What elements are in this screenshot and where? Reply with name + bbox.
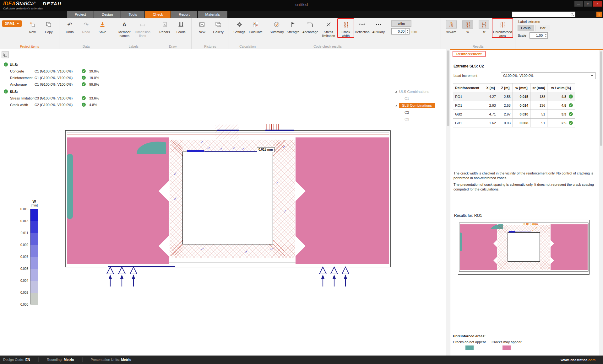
tree-item-c1[interactable]: C1 [395,95,447,102]
scale-value-spinner[interactable]: 1.00 [530,32,548,39]
settings-button[interactable]: Settings [231,19,247,34]
load-increment-dropdown[interactable]: G100.0%, V100.0% [501,72,595,79]
save-button[interactable]: Save [94,19,111,34]
check-icon [569,94,573,99]
bar-toggle-button[interactable]: Bar [535,25,550,31]
window-controls: — □ × [574,1,602,7]
calculate-button[interactable]: Calculate [247,19,264,34]
minimize-button[interactable]: — [574,1,583,7]
idea-statica-detail-window: IDEAStatiCa®DETAIL Calculate yesterday's… [0,0,603,364]
note-crack-spacing: The presentation of crack spacing is sch… [454,182,595,192]
redo-icon: ↷ [84,22,89,28]
canvas-scrollbar-thumb[interactable] [447,51,449,126]
member-names-button[interactable]: A Member names [115,19,133,38]
summary-row-reinforcement: ReinforcementC1 (G100.0%, V100.0%)19.0% [10,74,106,81]
logo-statica: StatiCa [16,1,34,6]
ribbon-tab-row: Project Design Tools Check Report Materi… [0,11,603,18]
redo-button[interactable]: ↷ Redo [78,19,94,34]
close-button[interactable]: × [593,1,602,7]
search-input[interactable] [512,12,570,17]
calculate-icon [253,21,259,28]
panel-scrollbar-thumb[interactable] [600,51,602,146]
tree-sls-combinations[interactable]: SLS Combinations [395,102,447,109]
check-icon [569,103,573,107]
table-row[interactable]: RO14.272.530.015138 4.8 [453,92,575,101]
tab-project[interactable]: Project [67,11,94,18]
scale-gradient-bar [30,209,38,304]
anchorage-button[interactable]: Anchorage [301,19,319,34]
check-icon [569,112,573,116]
group-toggle-button[interactable]: Group [518,25,534,31]
panel-scrollbar[interactable] [599,50,603,356]
website-link[interactable]: www.ideastatica.com [561,358,600,362]
picture-new-button[interactable]: New [194,19,210,34]
w-button[interactable]: w [459,19,476,34]
new-project-item-button[interactable]: New [24,19,41,34]
undo-icon: ↶ [67,22,72,28]
tree-uls-combinations[interactable]: ULS Combinations [395,88,447,95]
summary-row-anchorage: AnchorageC1 (G100.0%, V100.0%)99.8% [10,81,106,88]
tab-materials[interactable]: Materials [198,11,228,18]
canvas-scrollbar[interactable] [446,49,450,356]
wlim-button[interactable]: wlim [391,20,411,27]
auxiliary-button[interactable]: Auxiliary [370,19,387,34]
expand-icon[interactable] [395,91,397,93]
ribbon-group-results: % w/wlim w sr Unreinforced area Results [441,18,515,49]
crack-width-button[interactable]: Crack width [338,19,354,38]
tree-item-c3[interactable]: C3 [395,116,447,123]
header: IDEAStatiCa®DETAIL Calculate yesterday's… [0,0,603,18]
summary-row-concrete: ConcreteC1 (G100.0%, V100.0%)39.0% [10,68,106,74]
w-wlim-button[interactable]: % w/wlim [443,19,459,34]
maximize-button[interactable]: □ [584,1,592,7]
load-increment-label: Load increment [454,74,501,78]
model-canvas[interactable]: 0.015 mm ULS: ConcreteC1 (G100.0%, V100.… [0,49,450,356]
search-icon [570,12,574,17]
spinner-arrows-icon[interactable] [405,29,409,34]
check-icon [4,62,8,67]
w-icon [464,21,471,28]
wlim-value-spinner[interactable]: 0.30 [391,28,410,35]
ribbon-group-pictures: New Gallery Pictures [192,18,229,49]
undo-button[interactable]: ↶ Undo [62,19,78,34]
group-label-results: Results [441,45,515,48]
ribbon-group-data: ↶ Undo ↷ Redo Save Data [59,18,113,49]
ribbon-group-project-items: DRM1 New Copy Project items [0,18,59,49]
main-area: 0.015 mm ULS: ConcreteC1 (G100.0%, V100.… [0,49,603,356]
tab-check[interactable]: Check [145,11,171,18]
legend-item-cracks-may-appear: Cracks may appear [492,340,521,350]
deflection-button[interactable]: Deflection [354,19,370,34]
tab-design[interactable]: Design [94,11,121,18]
summary-button[interactable]: Summary [269,19,285,34]
spinner-arrows-icon[interactable] [544,33,547,38]
fit-view-button[interactable] [2,51,9,58]
drm1-selector[interactable]: DRM1 [2,20,22,27]
info-button[interactable]: i [596,12,602,17]
search-box[interactable] [512,12,575,17]
strength-button[interactable]: Strength [285,19,301,34]
ribbon-group-wlim: wlim 0.30 mm [389,18,441,49]
copy-button[interactable]: Copy [41,19,57,34]
stress-limitation-icon [325,21,332,28]
fit-view-icon [3,53,7,57]
sr-button[interactable]: sr [476,19,492,34]
table-row[interactable]: GB11.620.030.00851 2.5 [453,119,575,127]
unreinforced-area-icon [499,21,506,28]
rebars-button[interactable]: Rebars [156,19,173,34]
titlebar: IDEAStatiCa®DETAIL Calculate yesterday's… [0,0,603,11]
expand-icon[interactable] [395,104,397,106]
table-row[interactable]: RO12.932.530.014136 4.8 [453,101,575,110]
check-icon [82,69,86,73]
tab-report[interactable]: Report [171,11,197,18]
tab-reinforcement[interactable]: Reinforcement [453,51,486,57]
unreinforced-area-button[interactable]: Unreinforced area [492,19,513,38]
gallery-button[interactable]: Gallery [210,19,226,34]
tab-tools[interactable]: Tools [121,11,145,18]
table-row[interactable]: GB24.712.970.01051 3.3 [453,110,575,119]
sls-title: SLS: [10,90,18,94]
uls-title: ULS: [10,63,18,67]
loads-button[interactable]: Loads [173,19,189,34]
tree-item-c2[interactable]: C2 [395,109,447,116]
dimension-lines-icon [139,21,146,28]
dimension-lines-button[interactable]: Dimension lines [133,19,152,38]
stress-limitation-button[interactable]: Stress limitation [319,19,338,38]
